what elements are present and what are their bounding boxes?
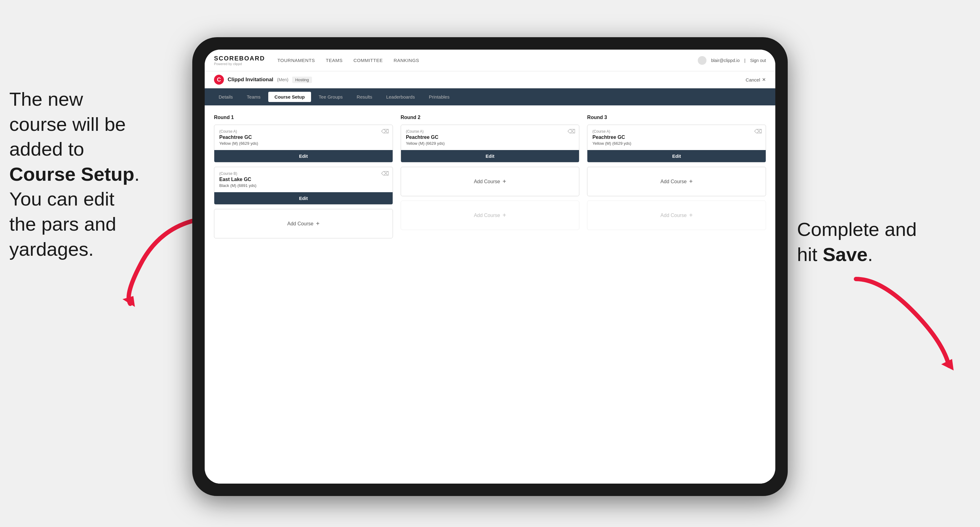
annotation-save: Save xyxy=(823,244,868,265)
round-2-course-a-card: ⌫ (Course A) Peachtree GC Yellow (M) (66… xyxy=(401,125,580,162)
tournament-left: C Clippd Invitational (Men) Hosting xyxy=(214,75,312,85)
round-2-course-a-delete[interactable]: ⌫ xyxy=(568,128,575,135)
round-3-title: Round 3 xyxy=(587,115,766,120)
hosting-badge: Hosting xyxy=(292,76,312,83)
tablet-screen: SCOREBOARD Powered by clippd TOURNAMENTS… xyxy=(205,49,775,484)
top-nav: SCOREBOARD Powered by clippd TOURNAMENTS… xyxy=(205,49,775,71)
round-3-course-a-name: Peachtree GC xyxy=(592,135,761,140)
round-2-course-a-edit-button[interactable]: Edit xyxy=(401,150,579,162)
round-1-course-b-delete[interactable]: ⌫ xyxy=(381,170,389,177)
tab-details[interactable]: Details xyxy=(212,92,239,102)
round-3-course-a-edit-button[interactable]: Edit xyxy=(587,150,766,162)
round-2-title: Round 2 xyxy=(401,115,580,120)
round-3-course-a-delete[interactable]: ⌫ xyxy=(754,128,762,135)
round-1-title: Round 1 xyxy=(214,115,393,120)
nav-tournaments[interactable]: TOURNAMENTS xyxy=(277,58,315,63)
tab-printables[interactable]: Printables xyxy=(423,92,456,102)
clippd-logo: C xyxy=(214,75,224,85)
round-2-course-a-name: Peachtree GC xyxy=(406,135,574,140)
annotation-right: Complete and hit Save. xyxy=(797,217,971,267)
cancel-button[interactable]: Cancel ✕ xyxy=(746,77,766,83)
round-3-add-course-disabled: Add Course + xyxy=(587,200,766,230)
tablet-device: SCOREBOARD Powered by clippd TOURNAMENTS… xyxy=(192,37,788,496)
round-1-course-a-tee: Yellow (M) (6629 yds) xyxy=(219,141,388,146)
nav-right: blair@clippd.io | Sign out xyxy=(698,56,766,65)
round-1-course-b-tee: Black (M) (6891 yds) xyxy=(219,183,388,188)
round-1-course-a-label: (Course A) xyxy=(219,129,388,133)
round-1-course-a-name: Peachtree GC xyxy=(219,135,388,140)
nav-committee[interactable]: COMMITTEE xyxy=(353,58,383,63)
main-content: Round 1 ⌫ (Course A) Peachtree GC Yellow… xyxy=(205,105,775,484)
user-avatar xyxy=(698,56,706,65)
round-3-course-a-card: ⌫ (Course A) Peachtree GC Yellow (M) (66… xyxy=(587,125,766,162)
round-1-course-b-card: ⌫ (Course B) East Lake GC Black (M) (689… xyxy=(214,167,393,205)
scoreboard-logo: SCOREBOARD Powered by clippd xyxy=(214,55,265,66)
round-2-course-a-tee: Yellow (M) (6629 yds) xyxy=(406,141,574,146)
tab-teams[interactable]: Teams xyxy=(241,92,267,102)
round-1-course-a-edit-button[interactable]: Edit xyxy=(214,150,393,162)
round-1-course-a-card: ⌫ (Course A) Peachtree GC Yellow (M) (66… xyxy=(214,125,393,162)
round-3-course-a-tee: Yellow (M) (6629 yds) xyxy=(592,141,761,146)
tournament-bar: C Clippd Invitational (Men) Hosting Canc… xyxy=(205,71,775,88)
round-3-course-a-label: (Course A) xyxy=(592,129,761,133)
nav-rankings[interactable]: RANKINGS xyxy=(393,58,419,63)
tab-leaderboards[interactable]: Leaderboards xyxy=(380,92,421,102)
round-2-add-course-disabled: Add Course + xyxy=(401,200,580,230)
nav-teams[interactable]: TEAMS xyxy=(326,58,343,63)
round-1-course-b-name: East Lake GC xyxy=(219,177,388,182)
nav-links: TOURNAMENTS TEAMS COMMITTEE RANKINGS xyxy=(277,58,419,63)
arrow-right xyxy=(850,273,967,372)
powered-by: Powered by clippd xyxy=(214,62,265,66)
tab-bar: Details Teams Course Setup Tee Groups Re… xyxy=(205,88,775,105)
nav-left: SCOREBOARD Powered by clippd TOURNAMENTS… xyxy=(214,55,419,66)
tab-course-setup[interactable]: Course Setup xyxy=(268,92,311,102)
round-1-course-b-label: (Course B) xyxy=(219,171,388,176)
rounds-grid: Round 1 ⌫ (Course A) Peachtree GC Yellow… xyxy=(214,115,766,243)
round-1-column: Round 1 ⌫ (Course A) Peachtree GC Yellow… xyxy=(214,115,393,243)
tournament-name: Clippd Invitational xyxy=(228,76,273,83)
round-3-column: Round 3 ⌫ (Course A) Peachtree GC Yellow… xyxy=(587,115,766,243)
user-email: blair@clippd.io xyxy=(711,58,740,63)
annotation-course-setup: Course Setup xyxy=(9,163,134,185)
round-3-add-course-button[interactable]: Add Course + xyxy=(587,167,766,196)
round-1-course-b-edit-button[interactable]: Edit xyxy=(214,192,393,204)
round-2-column: Round 2 ⌫ (Course A) Peachtree GC Yellow… xyxy=(401,115,580,243)
tab-results[interactable]: Results xyxy=(350,92,379,102)
round-2-course-a-label: (Course A) xyxy=(406,129,574,133)
round-1-course-a-delete[interactable]: ⌫ xyxy=(381,128,389,135)
sign-out-link[interactable]: Sign out xyxy=(750,58,766,63)
round-1-add-course-button[interactable]: Add Course + xyxy=(214,209,393,238)
tab-tee-groups[interactable]: Tee Groups xyxy=(313,92,349,102)
tournament-gender: (Men) xyxy=(277,77,288,82)
round-2-add-course-button[interactable]: Add Course + xyxy=(401,167,580,196)
scoreboard-title: SCOREBOARD xyxy=(214,55,265,62)
